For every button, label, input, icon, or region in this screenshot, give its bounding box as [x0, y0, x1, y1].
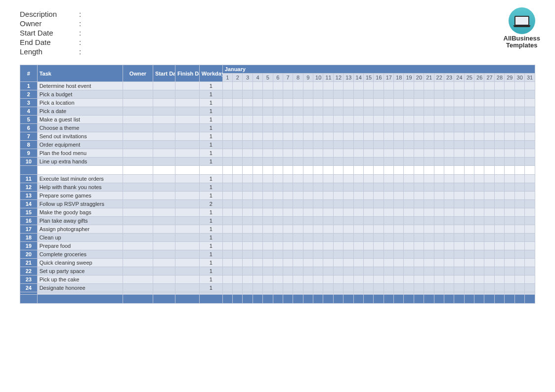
gantt-day-cell[interactable]	[363, 225, 373, 234]
gantt-day-cell[interactable]	[293, 234, 303, 242]
gantt-day-cell[interactable]	[243, 141, 253, 149]
gantt-day-cell[interactable]	[313, 116, 323, 124]
gantt-day-cell[interactable]	[353, 217, 363, 225]
owner-cell[interactable]	[123, 192, 153, 200]
gantt-day-cell[interactable]	[464, 267, 474, 275]
gantt-day-cell[interactable]	[293, 242, 303, 250]
gantt-day-cell[interactable]	[363, 250, 373, 259]
finish-date-cell[interactable]	[175, 217, 199, 225]
gantt-day-cell[interactable]	[353, 259, 363, 267]
gantt-day-cell[interactable]	[404, 99, 414, 107]
gantt-day-cell[interactable]	[464, 242, 474, 250]
workdays-cell[interactable]: 1	[199, 242, 222, 250]
gantt-day-cell[interactable]	[263, 200, 273, 208]
gantt-day-cell[interactable]	[414, 217, 424, 225]
gantt-day-cell[interactable]	[273, 242, 283, 250]
gantt-day-cell[interactable]	[353, 107, 363, 116]
gantt-day-cell[interactable]	[323, 250, 333, 259]
gantt-day-cell[interactable]	[444, 259, 454, 267]
gantt-day-cell[interactable]	[494, 192, 504, 200]
gantt-day-cell[interactable]	[313, 192, 323, 200]
gantt-day-cell[interactable]	[222, 175, 232, 183]
gantt-day-cell[interactable]	[404, 275, 414, 284]
gantt-day-cell[interactable]	[394, 107, 404, 116]
gantt-day-cell[interactable]	[474, 166, 484, 175]
gantt-day-cell[interactable]	[313, 225, 323, 234]
gantt-day-cell[interactable]	[474, 259, 484, 267]
gantt-day-cell[interactable]	[384, 275, 393, 284]
gantt-day-cell[interactable]	[323, 267, 333, 275]
gantt-day-cell[interactable]	[333, 275, 343, 284]
gantt-day-cell[interactable]	[434, 183, 444, 192]
gantt-day-cell[interactable]	[353, 284, 363, 292]
gantt-day-cell[interactable]	[505, 183, 514, 192]
gantt-day-cell[interactable]	[263, 183, 273, 192]
gantt-day-cell[interactable]	[233, 267, 243, 275]
gantt-day-cell[interactable]	[404, 250, 414, 259]
gantt-day-cell[interactable]	[293, 183, 303, 192]
workdays-cell[interactable]: 1	[199, 90, 222, 99]
gantt-day-cell[interactable]	[303, 208, 313, 217]
gantt-day-cell[interactable]	[313, 208, 323, 217]
gantt-day-cell[interactable]	[353, 124, 363, 132]
gantt-day-cell[interactable]	[505, 284, 514, 292]
gantt-day-cell[interactable]	[484, 82, 494, 90]
gantt-day-cell[interactable]	[333, 225, 343, 234]
gantt-day-cell[interactable]	[494, 175, 504, 183]
start-date-cell[interactable]	[153, 208, 175, 217]
gantt-day-cell[interactable]	[283, 82, 293, 90]
gantt-day-cell[interactable]	[353, 267, 363, 275]
owner-cell[interactable]	[123, 259, 153, 267]
task-name[interactable]: Pick a budget	[37, 90, 123, 99]
gantt-day-cell[interactable]	[233, 284, 243, 292]
gantt-day-cell[interactable]	[484, 250, 494, 259]
start-date-cell[interactable]	[153, 217, 175, 225]
gantt-day-cell[interactable]	[384, 166, 393, 175]
gantt-day-cell[interactable]	[474, 99, 484, 107]
workdays-cell[interactable]: 1	[199, 259, 222, 267]
gantt-day-cell[interactable]	[474, 149, 484, 157]
workdays-cell[interactable]	[199, 166, 222, 175]
gantt-day-cell[interactable]	[343, 107, 353, 116]
gantt-day-cell[interactable]	[253, 116, 262, 124]
gantt-day-cell[interactable]	[424, 225, 434, 234]
gantt-day-cell[interactable]	[333, 116, 343, 124]
gantt-day-cell[interactable]	[323, 175, 333, 183]
gantt-day-cell[interactable]	[233, 166, 243, 175]
gantt-day-cell[interactable]	[404, 267, 414, 275]
gantt-day-cell[interactable]	[283, 99, 293, 107]
owner-cell[interactable]	[123, 217, 153, 225]
start-date-cell[interactable]	[153, 259, 175, 267]
gantt-day-cell[interactable]	[263, 116, 273, 124]
gantt-day-cell[interactable]	[474, 234, 484, 242]
gantt-day-cell[interactable]	[333, 234, 343, 242]
gantt-day-cell[interactable]	[353, 242, 363, 250]
gantt-day-cell[interactable]	[283, 234, 293, 242]
gantt-day-cell[interactable]	[424, 99, 434, 107]
gantt-day-cell[interactable]	[474, 208, 484, 217]
gantt-day-cell[interactable]	[313, 259, 323, 267]
gantt-day-cell[interactable]	[243, 107, 253, 116]
gantt-day-cell[interactable]	[283, 267, 293, 275]
gantt-day-cell[interactable]	[313, 183, 323, 192]
gantt-day-cell[interactable]	[464, 175, 474, 183]
gantt-day-cell[interactable]	[323, 200, 333, 208]
start-date-cell[interactable]	[153, 132, 175, 141]
gantt-day-cell[interactable]	[303, 267, 313, 275]
gantt-day-cell[interactable]	[233, 217, 243, 225]
gantt-day-cell[interactable]	[333, 166, 343, 175]
finish-date-cell[interactable]	[175, 82, 199, 90]
gantt-day-cell[interactable]	[494, 149, 504, 157]
gantt-day-cell[interactable]	[414, 200, 424, 208]
gantt-day-cell[interactable]	[514, 234, 524, 242]
gantt-day-cell[interactable]	[414, 132, 424, 141]
gantt-day-cell[interactable]	[484, 259, 494, 267]
gantt-day-cell[interactable]	[524, 107, 535, 116]
workdays-cell[interactable]: 1	[199, 82, 222, 90]
gantt-day-cell[interactable]	[414, 225, 424, 234]
gantt-day-cell[interactable]	[363, 132, 373, 141]
gantt-day-cell[interactable]	[444, 183, 454, 192]
gantt-day-cell[interactable]	[394, 259, 404, 267]
gantt-day-cell[interactable]	[524, 284, 535, 292]
gantt-day-cell[interactable]	[233, 99, 243, 107]
